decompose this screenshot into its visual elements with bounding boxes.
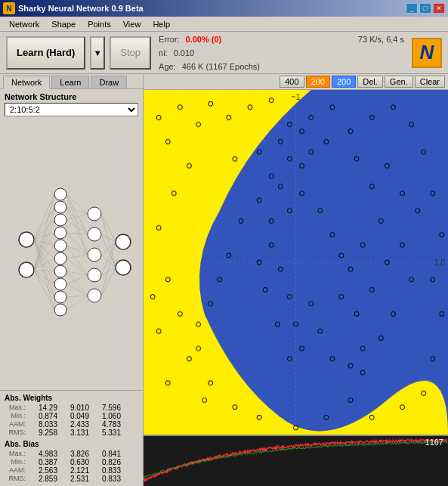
abs-bias-grid: Max.: 4.983 3.826 0.841 Min.: 0.387 0.63… (5, 450, 138, 483)
del-button[interactable]: Del. (357, 76, 383, 88)
svg-point-6 (54, 240, 66, 252)
svg-point-4 (54, 214, 66, 226)
w-aam-v1: 8.033 (27, 420, 59, 429)
w-rms-v1: 9.258 (27, 429, 59, 437)
speed-value: 73 K/s, 6,4 s (358, 33, 404, 46)
learn-dropdown-button[interactable]: ▼ (90, 36, 105, 70)
svg-line-53 (66, 271, 88, 275)
svg-line-38 (34, 270, 54, 310)
menu-view[interactable]: View (117, 18, 147, 30)
b-min-label: Min.: (5, 458, 27, 466)
svg-point-16 (88, 289, 101, 302)
svg-line-51 (66, 255, 88, 258)
network-structure-label: Network Structure (0, 89, 143, 103)
learn-button[interactable]: Learn (Hard) (6, 36, 85, 70)
menu-network[interactable]: Network (3, 18, 45, 30)
w-max-v1: 14.29 (27, 404, 59, 412)
b-min-v3: 0.826 (91, 458, 122, 466)
w-rms-v3: 5.331 (91, 429, 122, 437)
b-aam-v3: 0.833 (91, 466, 122, 475)
btn-200a[interactable]: 200 (306, 76, 330, 88)
clear-button[interactable]: Clear (415, 76, 445, 88)
svg-line-59 (101, 214, 116, 242)
canvas-top-label: ~1 (292, 93, 300, 101)
svg-point-13 (88, 228, 101, 241)
b-aam-v2: 2.121 (59, 466, 91, 475)
tab-bar: Network Learn Draw (0, 74, 143, 89)
svg-line-48 (66, 233, 88, 255)
svg-point-14 (88, 248, 101, 262)
svg-point-17 (116, 234, 131, 249)
svg-point-10 (54, 291, 66, 303)
menu-bar: Network Shape Points View Help (0, 17, 448, 32)
svg-line-68 (101, 268, 116, 296)
error-row: Error: 0.00% (0) 73 K/s, 6,4 s (159, 33, 404, 46)
b-min-v1: 0.387 (27, 458, 59, 466)
w-min-v2: 0.049 (59, 412, 91, 420)
menu-points[interactable]: Points (82, 18, 117, 30)
window-controls: _ □ ✕ (406, 3, 445, 14)
menu-help[interactable]: Help (147, 18, 176, 30)
scatter-canvas[interactable] (144, 90, 448, 435)
btn-400[interactable]: 400 (280, 76, 304, 88)
svg-line-47 (66, 233, 88, 234)
svg-line-52 (66, 258, 88, 275)
w-aam-v2: 2.433 (59, 420, 91, 429)
close-button[interactable]: ✕ (433, 3, 445, 14)
b-rms-v3: 0.833 (91, 475, 122, 483)
tab-learn[interactable]: Learn (51, 76, 89, 88)
window-title: Sharky Neural Network 0.9 Beta (18, 4, 144, 13)
b-rms-label: RMS: (5, 475, 27, 483)
title-bar: N Sharky Neural Network 0.9 Beta _ □ ✕ (0, 0, 448, 17)
svg-point-1 (19, 262, 34, 277)
scatter-area: ~1 1,0 (144, 90, 448, 435)
age-row: Age: 466 K (1167 Epochs) (159, 60, 404, 73)
svg-line-28 (34, 240, 54, 310)
content-area: Network Learn Draw Network Structure 2:1… (0, 74, 448, 486)
svg-line-21 (34, 220, 54, 240)
neural-network-svg (11, 179, 132, 330)
svg-line-62 (101, 234, 116, 268)
abs-bias-title: Abs. Bias (5, 440, 138, 448)
w-max-v3: 7.596 (91, 404, 122, 412)
svg-line-58 (66, 296, 88, 310)
view-toolbar: 400 200 200 Del. Gen. Clear (144, 74, 448, 90)
tab-draw[interactable]: Draw (91, 76, 127, 88)
b-rms-v1: 2.859 (27, 475, 59, 483)
b-max-v3: 0.841 (91, 450, 122, 458)
abs-weights-grid: Max.: 14.29 9.010 7.596 Min.: 0.874 0.04… (5, 404, 138, 437)
toolbar-stats: Error: 0.00% (0) 73 K/s, 6,4 s ni: 0.010… (156, 31, 407, 75)
btn-200b[interactable]: 200 (332, 76, 356, 88)
age-value: 466 K (1167 Epochs) (182, 60, 260, 73)
svg-line-57 (66, 296, 88, 297)
svg-point-7 (54, 252, 66, 265)
nn-diagram (0, 119, 143, 390)
toolbar: Learn (Hard) ▼ Stop Error: 0.00% (0) 73 … (0, 32, 448, 74)
svg-line-56 (66, 284, 88, 296)
b-rms-v2: 2.531 (59, 475, 91, 483)
menu-shape[interactable]: Shape (45, 18, 82, 30)
minimize-button[interactable]: _ (406, 3, 418, 14)
b-aam-v1: 2.563 (27, 466, 59, 475)
app-icon: N (3, 2, 15, 14)
error-chart-canvas[interactable] (144, 436, 448, 486)
svg-point-5 (54, 227, 66, 239)
error-label: Error: (159, 33, 180, 46)
b-aam-label: AAM: (5, 466, 27, 475)
svg-point-15 (88, 268, 101, 282)
stop-button[interactable]: Stop (110, 36, 151, 70)
w-aam-label: AAM: (5, 420, 27, 429)
svg-line-46 (66, 220, 88, 234)
maximize-button[interactable]: □ (419, 3, 431, 14)
w-min-label: Min.: (5, 412, 27, 420)
svg-line-29 (34, 194, 54, 270)
bottom-chart: 1167 (144, 435, 448, 486)
gen-button[interactable]: Gen. (385, 76, 413, 88)
network-structure-select[interactable]: 2:10:5:2 (5, 103, 138, 116)
left-panel: Network Learn Draw Network Structure 2:1… (0, 74, 144, 486)
svg-point-0 (19, 232, 34, 247)
ni-value: 0.010 (174, 46, 195, 60)
tab-network[interactable]: Network (3, 76, 50, 89)
ni-label: ni: (159, 46, 168, 60)
svg-line-63 (101, 242, 116, 255)
